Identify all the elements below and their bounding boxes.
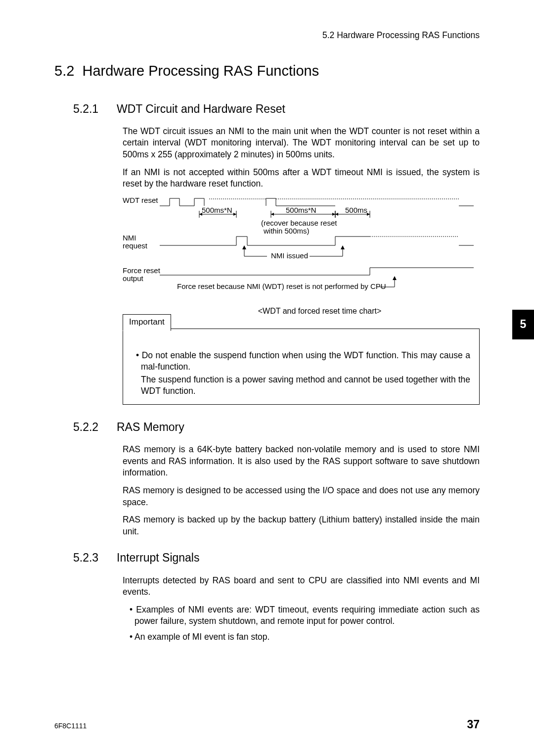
paragraph: The WDT circuit issues an NMI to the mai… (123, 126, 480, 161)
svg-text:Force reset because NMI (WDT) : Force reset because NMI (WDT) reset is n… (177, 282, 386, 290)
subsection-521-body: The WDT circuit issues an NMI to the mai… (123, 126, 480, 405)
timing-chart: text { font-family: Arial, Helvetica, sa… (123, 196, 480, 300)
subsection-number: 5.2.1 (73, 101, 117, 117)
bullet-list: Examples of NMI events are: WDT timeout,… (123, 604, 480, 643)
svg-marker-14 (271, 213, 274, 216)
svg-marker-9 (233, 213, 236, 216)
important-bullet: Do not enable the suspend function when … (132, 350, 470, 373)
svg-text:NMI: NMI (123, 234, 136, 242)
footer: 6F8C1111 37 (54, 717, 480, 732)
section-title: Hardware Processing RAS Functions (82, 63, 319, 79)
svg-marker-15 (332, 213, 335, 216)
svg-text:within 500ms): within 500ms) (263, 227, 310, 235)
section-number: 5.2 (54, 63, 74, 79)
list-item: An example of MI event is fan stop. (130, 631, 480, 643)
svg-marker-31 (341, 245, 345, 249)
svg-text:NMI issued: NMI issued (271, 251, 308, 260)
paragraph: RAS memory is designed to be accessed us… (123, 485, 480, 508)
timing-diagram: text { font-family: Arial, Helvetica, sa… (123, 196, 479, 300)
section-heading: 5.2 Hardware Processing RAS Functions (54, 61, 480, 81)
svg-marker-20 (335, 213, 338, 216)
subsection-heading-521: 5.2.1 WDT Circuit and Hardware Reset (73, 101, 480, 117)
list-item: Examples of NMI events are: WDT timeout,… (130, 604, 480, 627)
subsection-number: 5.2.3 (73, 550, 117, 566)
page: 5.2 Hardware Processing RAS Functions 5.… (0, 0, 534, 756)
important-label: Important (123, 314, 171, 331)
paragraph: RAS memory is backed up by the backup ba… (123, 514, 480, 537)
svg-text:500ms: 500ms (345, 206, 367, 214)
important-subline: The suspend function is a power saving m… (132, 374, 470, 397)
footer-page-number: 37 (467, 717, 480, 732)
svg-marker-28 (242, 245, 246, 249)
subsection-523-body: Interrupts detected by RAS board and sen… (123, 575, 480, 643)
paragraph: Interrupts detected by RAS board and sen… (123, 575, 480, 598)
chapter-tab: 5 (512, 310, 534, 339)
subsection-heading-523: 5.2.3 Interrupt Signals (73, 550, 480, 566)
svg-text:WDT reset: WDT reset (123, 196, 158, 204)
svg-text:(recover because reset: (recover because reset (261, 219, 337, 227)
subsection-title: Interrupt Signals (117, 550, 199, 566)
subsection-heading-522: 5.2.2 RAS Memory (73, 420, 480, 435)
subsection-522-body: RAS memory is a 64K-byte battery backed … (123, 444, 480, 537)
svg-text:output: output (123, 274, 144, 283)
svg-text:500ms*N: 500ms*N (202, 206, 232, 214)
important-box: Important Do not enable the suspend func… (123, 329, 480, 405)
paragraph: If an NMI is not accepted within 500ms a… (123, 167, 480, 190)
footer-doc-number: 6F8C1111 (54, 721, 87, 731)
svg-text:Force reset: Force reset (123, 266, 161, 275)
svg-marker-35 (393, 276, 397, 280)
svg-text:500ms*N: 500ms*N (286, 206, 316, 214)
subsection-title: WDT Circuit and Hardware Reset (117, 101, 285, 117)
subsection-number: 5.2.2 (73, 420, 117, 435)
subsection-title: RAS Memory (117, 420, 184, 435)
paragraph: RAS memory is a 64K-byte battery backed … (123, 444, 480, 479)
running-header: 5.2 Hardware Processing RAS Functions (54, 30, 480, 42)
chart-caption: <WDT and forced reset time chart> (160, 306, 480, 317)
svg-text:request: request (123, 241, 148, 250)
